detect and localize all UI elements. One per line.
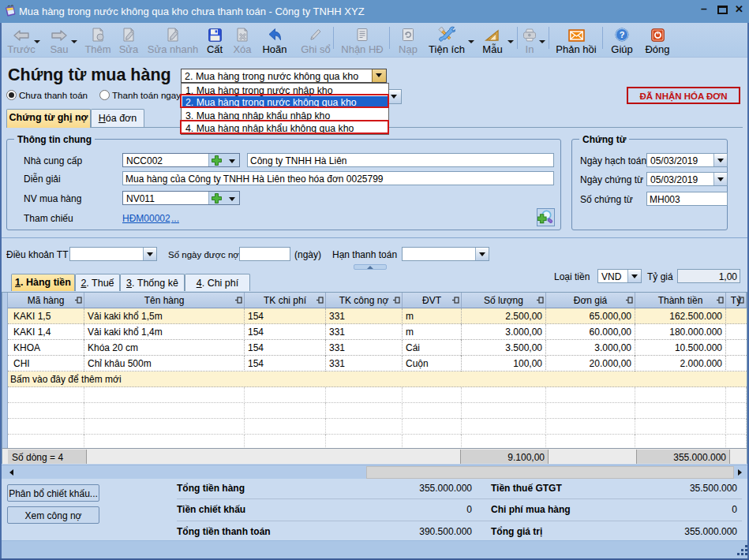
svg-text:?: ? — [620, 30, 625, 39]
